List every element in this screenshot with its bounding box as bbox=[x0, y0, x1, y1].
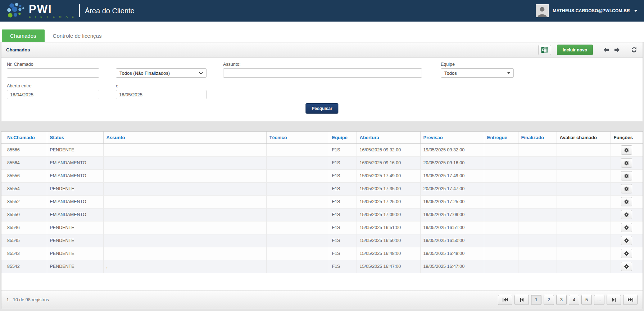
table-footer: 1 - 10 de 98 registros 12345... bbox=[1, 290, 643, 309]
nav-back-button[interactable] bbox=[602, 46, 611, 53]
next-page-icon bbox=[612, 298, 616, 302]
last-page-icon bbox=[628, 298, 633, 302]
cell-previsao: 19/05/2025 16:47:00 bbox=[420, 260, 484, 273]
functions-button[interactable] bbox=[621, 145, 632, 155]
cell-previsao: 19/05/2025 16:51:00 bbox=[420, 221, 484, 234]
table-row[interactable]: 85542 PENDENTE , F1S 15/05/2025 16:47:00… bbox=[1, 260, 643, 273]
table-row[interactable]: 85543 PENDENTE F1S 15/05/2025 16:48:00 1… bbox=[1, 247, 643, 260]
cell-assunto bbox=[103, 208, 266, 221]
caret-down-icon bbox=[634, 10, 638, 12]
cell-assunto bbox=[103, 221, 266, 234]
col-header-previsao[interactable]: Previsão bbox=[420, 132, 484, 143]
table-row[interactable]: 85546 PENDENTE F1S 15/05/2025 16:51:00 1… bbox=[1, 221, 643, 234]
cell-nr-chamado: 85564 bbox=[1, 156, 47, 169]
cell-nr-chamado: 85546 bbox=[1, 221, 47, 234]
functions-button[interactable] bbox=[621, 223, 632, 232]
gear-icon bbox=[624, 212, 629, 217]
user-menu[interactable]: MATHEUS.CARDOSO@PWI.COM.BR bbox=[536, 4, 638, 17]
prev-page-button[interactable] bbox=[514, 295, 529, 305]
cell-abertura: 15/05/2025 17:25:00 bbox=[357, 195, 420, 208]
cell-previsao: 19/05/2025 16:48:00 bbox=[420, 247, 484, 260]
tab-bar: Chamados Controle de licenças bbox=[0, 22, 644, 42]
data-inicio-input[interactable] bbox=[7, 90, 99, 99]
page-button-3[interactable]: 3 bbox=[556, 295, 567, 305]
page-button-4[interactable]: 4 bbox=[569, 295, 579, 305]
equipe-select[interactable]: Todos bbox=[441, 68, 514, 78]
functions-button[interactable] bbox=[621, 158, 632, 168]
functions-button[interactable] bbox=[621, 171, 632, 180]
cell-avaliar-chamado bbox=[557, 221, 611, 234]
cell-nr-chamado: 85543 bbox=[1, 247, 47, 260]
last-page-button[interactable] bbox=[623, 295, 638, 305]
cell-assunto bbox=[103, 169, 266, 182]
cell-funcoes bbox=[611, 169, 643, 182]
col-header-assunto[interactable]: Assunto bbox=[103, 132, 266, 143]
incluir-novo-button[interactable]: Incluir novo bbox=[557, 45, 593, 55]
cell-entregue bbox=[484, 143, 518, 156]
cell-status: EM ANDAMENTO bbox=[47, 169, 103, 182]
cell-avaliar-chamado bbox=[557, 247, 611, 260]
cell-finalizado bbox=[518, 169, 557, 182]
cell-avaliar-chamado bbox=[557, 143, 611, 156]
gear-icon bbox=[624, 238, 629, 243]
status-filter-select[interactable]: Todos (Não Finalizados) bbox=[116, 68, 207, 78]
col-header-finalizado[interactable]: Finalizado bbox=[518, 132, 557, 143]
table-filler bbox=[1, 273, 643, 291]
cell-funcoes bbox=[611, 156, 643, 169]
gear-icon bbox=[624, 225, 629, 230]
page-button-2[interactable]: 2 bbox=[544, 295, 554, 305]
cell-previsao: 20/05/2025 09:16:00 bbox=[420, 156, 484, 169]
functions-button[interactable] bbox=[621, 184, 632, 193]
cell-previsao: 19/05/2025 16:50:00 bbox=[420, 234, 484, 247]
cell-equipe: F1S bbox=[329, 195, 357, 208]
filter-panel: Nr. Chamado Todos (Não Finalizados) Assu… bbox=[1, 58, 643, 121]
cell-avaliar-chamado bbox=[557, 234, 611, 247]
functions-button[interactable] bbox=[621, 236, 632, 245]
data-fim-input[interactable] bbox=[116, 90, 207, 99]
col-header-abertura[interactable]: Abertura bbox=[357, 132, 420, 143]
col-header-equipe[interactable]: Equipe bbox=[329, 132, 357, 143]
page-button-1[interactable]: 1 bbox=[531, 295, 541, 305]
col-header-nr-chamado[interactable]: Nr.Chamado bbox=[1, 132, 47, 143]
nr-chamado-input[interactable] bbox=[7, 68, 99, 78]
table-row[interactable]: 85552 EM ANDAMENTO F1S 15/05/2025 17:25:… bbox=[1, 195, 643, 208]
table-row[interactable]: 85564 EM ANDAMENTO F1S 16/05/2025 09:16:… bbox=[1, 156, 643, 169]
col-header-status[interactable]: Status bbox=[47, 132, 103, 143]
next-page-button[interactable] bbox=[607, 295, 621, 305]
cell-previsao: 19/05/2025 09:32:00 bbox=[420, 143, 484, 156]
logo-divider bbox=[79, 4, 80, 17]
cell-funcoes bbox=[611, 260, 643, 273]
table-row[interactable]: 85550 EM ANDAMENTO F1S 15/05/2025 17:09:… bbox=[1, 208, 643, 221]
pesquisar-button[interactable]: Pesquisar bbox=[305, 103, 338, 114]
top-bar: PWI S I S T E M A S Área do Cliente MATH… bbox=[0, 0, 644, 22]
cell-status: PENDENTE bbox=[47, 182, 103, 195]
export-excel-button[interactable] bbox=[538, 45, 551, 55]
table-row[interactable]: 85545 PENDENTE F1S 15/05/2025 16:50:00 1… bbox=[1, 234, 643, 247]
refresh-button[interactable] bbox=[630, 46, 638, 54]
tab-chamados[interactable]: Chamados bbox=[2, 29, 45, 42]
first-page-button[interactable] bbox=[498, 295, 512, 305]
table-row[interactable]: 85556 EM ANDAMENTO F1S 15/05/2025 17:49:… bbox=[1, 169, 643, 182]
col-header-entregue[interactable]: Entregue bbox=[484, 132, 518, 143]
ellipsis-page-button[interactable]: ... bbox=[594, 295, 604, 305]
cell-nr-chamado: 85552 bbox=[1, 195, 47, 208]
cell-equipe: F1S bbox=[329, 260, 357, 273]
functions-button[interactable] bbox=[621, 249, 632, 258]
assunto-input[interactable] bbox=[223, 68, 422, 78]
functions-button[interactable] bbox=[621, 197, 632, 206]
table-row[interactable]: 85566 PENDENTE F1S 16/05/2025 09:32:00 1… bbox=[1, 143, 643, 156]
assunto-label: Assunto: bbox=[223, 62, 241, 67]
cell-nr-chamado: 85550 bbox=[1, 208, 47, 221]
functions-button[interactable] bbox=[621, 210, 632, 219]
cell-avaliar-chamado bbox=[557, 195, 611, 208]
col-header-tecnico[interactable]: Técnico bbox=[266, 132, 329, 143]
functions-button[interactable] bbox=[621, 262, 632, 271]
equipe-label: Equipe bbox=[441, 62, 455, 67]
page-button-5[interactable]: 5 bbox=[581, 295, 592, 305]
nav-forward-button[interactable] bbox=[613, 46, 621, 53]
cell-funcoes bbox=[611, 221, 643, 234]
cell-finalizado bbox=[518, 195, 557, 208]
table-row[interactable]: 85554 PENDENTE F1S 15/05/2025 17:35:00 2… bbox=[1, 182, 643, 195]
cell-nr-chamado: 85542 bbox=[1, 260, 47, 273]
tab-controle-de-licencas[interactable]: Controle de licenças bbox=[45, 29, 110, 42]
